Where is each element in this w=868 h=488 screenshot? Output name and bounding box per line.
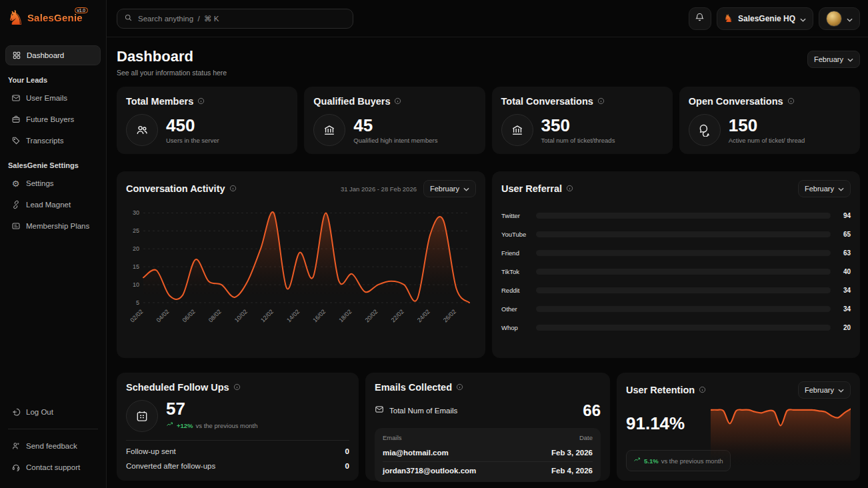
tag-icon [11,136,21,146]
referral-label: TikTok [501,268,536,275]
link-icon [11,200,21,210]
sidebar-item-log-out[interactable]: Log Out [5,402,101,422]
referral-bar-track [536,269,831,275]
stat-card-body: 150Active num of ticket/ thread [689,114,851,146]
avatar [826,11,842,27]
stat-card-text: 350Total num of ticket/threads [541,117,615,144]
logout-icon [11,407,21,417]
info-icon [229,183,237,195]
stat-caption: Active num of ticket/ thread [729,137,805,144]
chevron-down-icon [847,13,853,25]
stat-card-total-members: Total Members450Users in the server [117,87,297,154]
svg-text:20/02: 20/02 [363,308,379,323]
stat-card-text: 150Active num of ticket/ thread [729,117,805,144]
brand-version-badge: v1.0 [75,7,88,13]
chevron-down-icon [838,386,844,394]
stat-card-qualified-buyers: Qualified Buyers45Qualified high intent … [304,87,485,154]
search-box[interactable] [117,9,353,29]
sidebar-item-label: Transcripts [26,137,63,145]
info-icon [394,95,401,107]
referral-row-reddit: Reddit34 [501,284,851,296]
support-icon [11,463,21,473]
referral-row-friend: Friend63 [501,247,851,259]
svg-text:02/02: 02/02 [129,308,144,323]
user-menu[interactable] [819,7,860,30]
notifications-button[interactable] [689,7,711,30]
sidebar-item-membership-plans[interactable]: Membership Plans [5,216,101,236]
referral-label: Other [501,305,536,313]
svg-text:20: 20 [133,245,139,252]
referral-row-other: Other34 [501,303,851,315]
stat-caption: Users in the server [166,137,219,144]
brand-knight-icon: ♞ [7,8,25,28]
referral-value: 94 [831,212,851,219]
briefcase-icon [11,115,21,125]
header-month-filter[interactable]: February [807,51,860,68]
sidebar-item-transcripts[interactable]: Transcripts [5,131,101,151]
sidebar-item-label: Dashboard [27,51,64,59]
search-input[interactable] [138,15,346,23]
stat-card-title: Open Conversations [689,96,783,107]
user-retention-panel: User Retention February 91.14% 5.1% [617,373,860,481]
search-icon [124,13,133,25]
sidebar-item-label: User Emails [26,94,67,102]
stat-value: 350 [541,117,615,134]
sidebar-footer: Log OutSend feedbackContact support [0,401,106,488]
stat-value: 45 [353,117,437,134]
followups-stats-list: Follow-up sent0Converted after follow-up… [126,447,349,470]
user-retention-month-filter[interactable]: February [798,381,851,399]
referral-bar-track [536,325,831,331]
followup-stat-label: Converted after follow-ups [126,462,215,470]
referral-bar-chart: Twitter94YouTube65Friend63TikTok40Reddit… [501,209,851,333]
referral-bar-track [536,231,831,237]
referral-label: Whop [501,324,536,331]
sidebar-item-lead-magnet[interactable]: Lead Magnet [5,195,101,215]
sidebar-item-dashboard[interactable]: Dashboard [5,45,101,65]
trend-up-icon [166,421,174,430]
sidebar-item-future-buyers[interactable]: Future Buyers [5,109,101,129]
brand-name: SalesGenie [27,12,83,23]
main-column: ♞ SalesGenie HQ Dashboard See all your i… [107,0,868,488]
user-referral-month-filter[interactable]: February [798,180,851,197]
sidebar-item-label: Send feedback [26,442,77,450]
workspace-switcher[interactable]: ♞ SalesGenie HQ [717,7,813,30]
followups-delta-caption: vs the previous month [196,422,258,429]
svg-text:25: 25 [133,227,139,234]
stat-card-text: 45Qualified high intent members [353,117,437,144]
sidebar-item-send-feedback[interactable]: Send feedback [5,436,101,456]
info-icon [456,381,463,393]
sidebar-item-user-emails[interactable]: User Emails [5,88,101,108]
dashboard-grid-icon [11,51,21,61]
referral-value: 65 [831,231,851,238]
referral-row-whop: Whop20 [501,321,851,333]
retention-sparkline [711,402,851,474]
svg-text:5: 5 [136,299,139,306]
conversation-activity-month-filter[interactable]: February [423,180,476,197]
email-table-row: mia@hotmail.comFeb 3, 2026 [383,444,593,461]
conversation-activity-chart: 5101520253002/0204/0206/0208/0210/0212/0… [126,203,476,349]
svg-text:18/02: 18/02 [337,308,353,323]
svg-text:24/02: 24/02 [416,308,431,323]
email-table-row: jordan3718@outlook.comFeb 4, 2026 [383,461,593,479]
sidebar-item-contact-support[interactable]: Contact support [5,457,101,477]
date-col-header: Date [579,434,593,441]
sidebar-item-settings[interactable]: ⚙Settings [5,173,101,193]
stat-card-body: 45Qualified high intent members [313,114,475,146]
followup-stat-value: 0 [345,447,349,455]
chevron-down-icon [800,13,806,25]
stat-card-header: Qualified Buyers [313,95,475,107]
referral-row-twitter: Twitter94 [501,209,851,221]
stat-value: 150 [729,117,805,134]
followups-value: 57 [166,400,258,417]
emails-total-value: 66 [583,401,601,420]
chevron-down-icon [847,55,853,63]
retention-delta: 5.1% [644,457,659,465]
stat-card-text: 450Users in the server [166,117,219,144]
svg-text:14/02: 14/02 [285,308,301,323]
page-subtitle: See all your information status here [117,69,227,77]
info-icon [566,183,573,195]
stat-caption: Qualified high intent members [353,137,437,144]
stat-card-total-conversations: Total Conversations350Total num of ticke… [492,87,673,154]
referral-row-tiktok: TikTok40 [501,265,851,277]
stat-card-header: Total Members [126,95,288,107]
